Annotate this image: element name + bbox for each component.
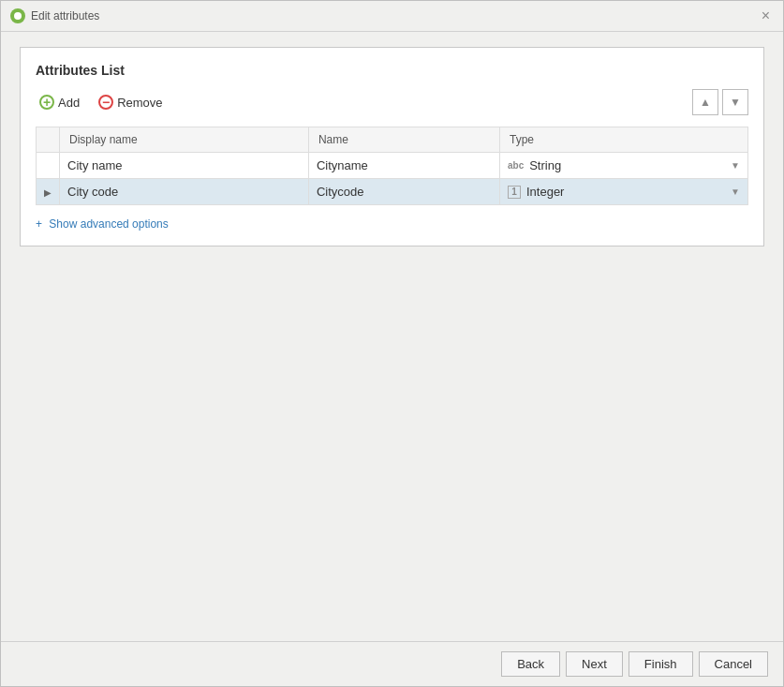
remove-label: Remove (117, 96, 162, 110)
row-type[interactable]: 1 Integer ▼ (499, 179, 747, 205)
attributes-table: Display name Name Type City name Citynam… (36, 127, 748, 205)
row-name: Citycode (308, 179, 499, 205)
app-icon (10, 8, 25, 23)
advanced-options-row: + Show advanced options (36, 217, 748, 231)
table-header: Display name Name Type (37, 127, 748, 153)
down-arrow-icon: ▼ (730, 96, 741, 109)
toolbar-right: ▲ ▼ (692, 89, 748, 115)
add-icon: + (39, 95, 54, 110)
table-body: City name Cityname abc String ▼ (37, 153, 748, 205)
col-display-name: Display name (60, 127, 309, 153)
panel-title: Attributes List (36, 63, 748, 78)
row-expand-cell[interactable]: ▶ (37, 179, 60, 205)
integer-type-icon: 1 (508, 186, 521, 199)
footer-bar: Back Next Finish Cancel (1, 641, 783, 686)
row-name: Cityname (308, 153, 499, 179)
type-label: Integer (526, 185, 564, 199)
type-label: String (529, 158, 561, 172)
type-dropdown-arrow[interactable]: ▼ (731, 187, 740, 197)
move-up-button[interactable]: ▲ (692, 89, 718, 115)
toolbar: + Add − Remove ▲ ▼ (36, 89, 748, 115)
table-row[interactable]: City name Cityname abc String ▼ (37, 153, 748, 179)
dialog-content: Attributes List + Add − Remove ▲ (1, 32, 783, 641)
dialog-window: Edit attributes × Attributes List + Add … (0, 0, 784, 687)
back-button[interactable]: Back (501, 651, 560, 677)
attributes-panel: Attributes List + Add − Remove ▲ (20, 47, 764, 246)
table-row[interactable]: ▶ City code Citycode 1 Integer ▼ (37, 179, 748, 205)
table-header-row: Display name Name Type (37, 127, 748, 153)
col-type: Type (499, 127, 747, 153)
plus-icon: + (36, 217, 42, 231)
expand-arrow-icon: ▶ (44, 187, 52, 198)
cancel-button[interactable]: Cancel (699, 651, 768, 677)
up-arrow-icon: ▲ (700, 96, 711, 109)
type-dropdown-arrow[interactable]: ▼ (731, 160, 740, 171)
title-bar: Edit attributes × (1, 1, 783, 32)
col-name: Name (308, 127, 499, 153)
next-button[interactable]: Next (566, 651, 623, 677)
toolbar-left: + Add − Remove (36, 93, 167, 112)
string-type-icon: abc (508, 160, 524, 171)
row-display-name: City code (60, 179, 309, 205)
row-type[interactable]: abc String ▼ (499, 153, 747, 179)
advanced-options-label: Show advanced options (49, 217, 168, 231)
row-display-name: City name (60, 153, 309, 179)
add-button[interactable]: + Add (36, 93, 83, 112)
remove-icon: − (98, 95, 113, 110)
remove-button[interactable]: − Remove (95, 93, 166, 112)
show-advanced-link[interactable]: + Show advanced options (36, 217, 169, 231)
close-button[interactable]: × (758, 7, 774, 25)
row-expand-cell (37, 153, 60, 179)
add-label: Add (58, 96, 80, 110)
move-down-button[interactable]: ▼ (722, 89, 748, 115)
finish-button[interactable]: Finish (629, 651, 693, 677)
dialog-title: Edit attributes (31, 9, 99, 22)
col-expand (37, 127, 60, 153)
title-bar-left: Edit attributes (10, 8, 99, 23)
